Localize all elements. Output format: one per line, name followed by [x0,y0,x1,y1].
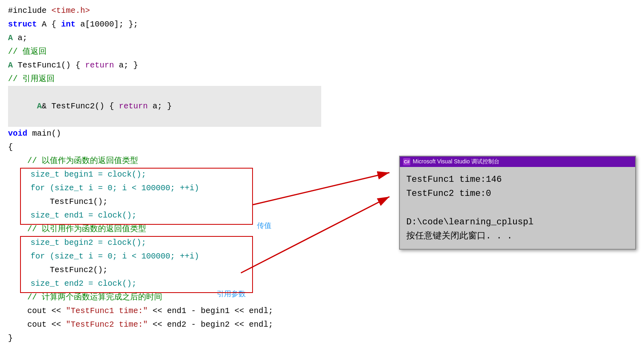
code-line-20: // 计算两个函数运算完成之后的时间 [8,291,321,304]
code-line-5: A TestFunc1() { return a; } [8,59,321,72]
code-line-9: { [8,140,321,154]
label-yinyong: 引用参数 [217,289,246,299]
code-line-13: TestFunc1(); [8,195,321,209]
code-line-23: } [8,332,321,345]
console-line-5: 按任意键关闭此窗口. . . [406,229,629,243]
code-line-21: cout << "TestFunc1 time:" << end1 - begi… [8,304,321,318]
console-line-1: TestFunc1 time:146 [406,173,629,187]
console-line-2: TestFunc2 time:0 [406,187,629,201]
code-line-10: // 以值作为函数的返回值类型 [8,154,321,168]
code-line-16: size_t begin2 = clock(); [8,236,321,250]
code-line-6: // 引用返回 [8,72,321,86]
console-window: C# Microsoft Visual Studio 调试控制台 TestFun… [399,156,636,250]
code-line-22: cout << "TestFunc2 time:" << end2 - begi… [8,318,321,332]
code-line-19: size_t end2 = clock(); [8,277,321,291]
code-line-8: void main() [8,127,321,140]
code-line-2: struct A { int a[10000]; }; [8,18,321,31]
console-line-4: D:\code\learning_cpluspl [406,215,629,229]
code-line-12: for (size_t i = 0; i < 100000; ++i) [8,181,321,195]
console-icon: C# [403,158,410,165]
code-line-15: // 以引用作为函数的返回值类型 [8,222,321,236]
code-line-3: A a; [8,31,321,45]
code-line-14: size_t end1 = clock(); [8,209,321,222]
code-line-7: A& TestFunc2() { return a; } [8,86,321,127]
code-line-4: // 值返回 [8,45,321,59]
code-editor: #include <time.h> struct A { int a[10000… [0,0,329,354]
console-output: TestFunc1 time:146 TestFunc2 time:0 D:\c… [400,167,635,249]
code-line-1: #include <time.h> [8,4,321,18]
console-line-3 [406,201,629,215]
code-line-11: size_t begin1 = clock(); [8,168,321,181]
console-titlebar: C# Microsoft Visual Studio 调试控制台 [400,157,635,167]
label-chuanzhi: 传值 [257,221,271,230]
code-line-18: TestFunc2(); [8,263,321,277]
console-title: Microsoft Visual Studio 调试控制台 [413,158,499,165]
code-line-17: for (size_t i = 0; i < 100000; ++i) [8,250,321,263]
